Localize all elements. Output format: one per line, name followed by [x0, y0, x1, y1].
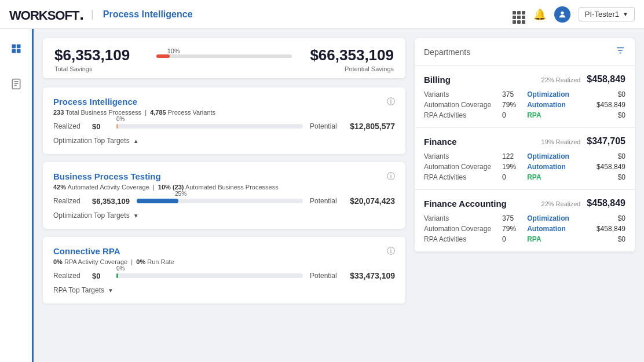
svg-rect-3 — [12, 49, 16, 53]
fa-variants-label: Variants — [424, 214, 496, 222]
realized-value: $0 — [92, 122, 109, 131]
pi-footer-label: Optimization Top Targets — [53, 137, 130, 145]
rpa-footer-label: RPA Top Targets — [53, 286, 104, 294]
finance-amount: $347,705 — [587, 136, 625, 146]
billing-name: Billing — [424, 75, 451, 85]
pi-footer[interactable]: Optimization Top Targets ▲ — [53, 137, 395, 145]
dept-finance-accounting: Finance Accounting 22% Realized $458,849… — [415, 190, 635, 251]
app-title: Process Intelligence — [103, 9, 193, 20]
finance-opt-amount: $0 — [591, 152, 625, 160]
automation-coverage-label: Automation Coverage — [424, 101, 496, 109]
finance-rpa-label: RPA Activities — [424, 173, 496, 181]
right-panel: Departments Billing 22% Realized $458,84… — [415, 38, 635, 353]
realized-label: Realized — [53, 122, 85, 130]
finance-name: Finance — [424, 137, 457, 147]
fa-rpa-link[interactable]: RPA — [527, 235, 575, 243]
rpa-bar-fill — [116, 273, 118, 278]
rpa-info-icon[interactable]: ⓘ — [387, 246, 395, 257]
finance-header: Finance 19% Realized $347,705 — [424, 136, 625, 147]
app-header: WORKSOFT. | Process Intelligence 🔔 PI-Te… — [0, 0, 644, 29]
fa-amount: $458,849 — [587, 198, 625, 208]
billing-header: Billing 22% Realized $458,849 — [424, 74, 625, 85]
fa-rpa-label: RPA Activities — [424, 235, 496, 243]
rpa-footer[interactable]: RPA Top Targets ▼ — [53, 286, 395, 294]
fa-auto-link[interactable]: Automation — [527, 225, 575, 233]
fa-opt-link[interactable]: Optimization — [527, 214, 575, 222]
billing-variants: 375 — [502, 90, 521, 98]
sidebar-item-reports[interactable] — [6, 74, 27, 97]
pi-chevron-icon: ▲ — [133, 138, 139, 144]
billing-rows: Variants 375 Optimization $0 Automation … — [424, 90, 625, 119]
billing-rpa-act: 0 — [502, 111, 521, 119]
rpa-bar-pct: 0% — [116, 265, 125, 272]
info-icon[interactable]: ⓘ — [387, 97, 395, 107]
potential-savings-label: Potential Savings — [303, 65, 394, 72]
user-avatar[interactable] — [554, 6, 570, 23]
fa-auto-cov: 79% — [502, 225, 521, 233]
finance-opt-link[interactable]: Optimization — [527, 152, 575, 160]
fa-variants: 375 — [502, 214, 521, 222]
bpt-card-subtitle: 42% Automated Activity Coverage | 10% (2… — [53, 184, 279, 191]
billing-amount: $458,849 — [587, 74, 625, 84]
bpt-realized-label: Realized — [53, 197, 85, 205]
logo-text: WORKSOFT — [9, 8, 79, 23]
bpt-potential-label: Potential — [310, 197, 342, 205]
billing-realized-pct: 22% Realized — [541, 76, 581, 83]
rpa-chevron-icon: ▼ — [108, 287, 114, 294]
billing-rpa-link[interactable]: RPA — [527, 111, 575, 119]
filter-icon[interactable] — [615, 45, 625, 58]
fa-auto-label: Automation Coverage — [424, 225, 496, 233]
billing-rpa-amount: $0 — [591, 111, 625, 119]
departments-header: Departments — [415, 38, 635, 66]
summary-row: $6,353,109 Total Savings 10% $66,353,109… — [43, 38, 405, 78]
billing-auto-cov: 79% — [502, 101, 521, 109]
bpt-info-icon[interactable]: ⓘ — [387, 171, 395, 182]
bpt-realized-row: Realized $6,353,109 25% Potential $20,07… — [53, 196, 395, 206]
potential-savings-block: $66,353,109 Potential Savings — [303, 46, 394, 72]
billing-auto-link[interactable]: Automation — [527, 101, 575, 109]
potential-savings-value: $66,353,109 — [303, 46, 394, 64]
svg-rect-2 — [16, 45, 20, 49]
bpt-footer[interactable]: Optimization Top Targets ▼ — [53, 211, 395, 220]
rpa-card-subtitle: 0% RPA Activity Coverage | 0% Run Rate — [53, 258, 174, 265]
bpt-bar-pct: 25% — [175, 191, 186, 197]
grid-apps-icon[interactable] — [513, 5, 525, 24]
pi-progress-bar: 0% — [116, 124, 303, 129]
svg-rect-4 — [16, 49, 20, 53]
progress-pct: 10% — [167, 47, 180, 54]
finance-auto-amount: $458,849 — [591, 163, 625, 171]
billing-opt-link[interactable]: Optimization — [527, 90, 575, 98]
bpt-bar-fill — [137, 199, 178, 203]
fa-rows: Variants 375 Optimization $0 Automation … — [424, 214, 625, 243]
bpt-card: Business Process Testing 42% Automated A… — [43, 162, 405, 229]
finance-rpa-link[interactable]: RPA — [527, 173, 575, 181]
bpt-progress-bar: 25% — [137, 199, 303, 203]
dept-billing: Billing 22% Realized $458,849 Variants 3… — [415, 66, 635, 127]
bpt-card-header: Business Process Testing 42% Automated A… — [53, 171, 395, 196]
fa-rpa-act: 0 — [502, 235, 521, 243]
logo: WORKSOFT. — [9, 5, 84, 24]
bpt-card-title: Business Process Testing — [53, 171, 279, 181]
rpa-card: Connective RPA 0% RPA Activity Coverage … — [43, 237, 405, 304]
fa-name: Finance Accounting — [424, 199, 507, 209]
left-panel: $6,353,109 Total Savings 10% $66,353,109… — [43, 38, 405, 353]
finance-rpa-amount: $0 — [591, 173, 625, 181]
sidebar — [0, 29, 34, 362]
pi-realized-row: Realized $0 0% Potential $12,805,577 — [53, 122, 395, 131]
pi-bar-fill — [116, 124, 118, 129]
pi-potential-value: $12,805,577 — [349, 122, 395, 131]
user-menu-button[interactable]: PI-Tester1 ▼ — [579, 7, 635, 21]
total-savings-label: Total Savings — [54, 65, 145, 72]
fa-auto-amount: $458,849 — [591, 225, 625, 233]
finance-auto-link[interactable]: Automation — [527, 163, 575, 171]
total-savings-value: $6,353,109 — [54, 46, 145, 64]
fa-realized-pct: 22% Realized — [541, 200, 581, 207]
bpt-potential-value: $20,074,423 — [349, 196, 395, 206]
variants-label: Variants — [424, 90, 496, 98]
app-body: $6,353,109 Total Savings 10% $66,353,109… — [0, 29, 644, 362]
bpt-chevron-icon: ▼ — [133, 213, 139, 219]
sidebar-item-dashboard[interactable] — [6, 38, 27, 62]
rpa-card-header: Connective RPA 0% RPA Activity Coverage … — [53, 246, 395, 271]
fa-opt-amount: $0 — [591, 214, 625, 222]
bell-icon[interactable]: 🔔 — [533, 8, 546, 21]
